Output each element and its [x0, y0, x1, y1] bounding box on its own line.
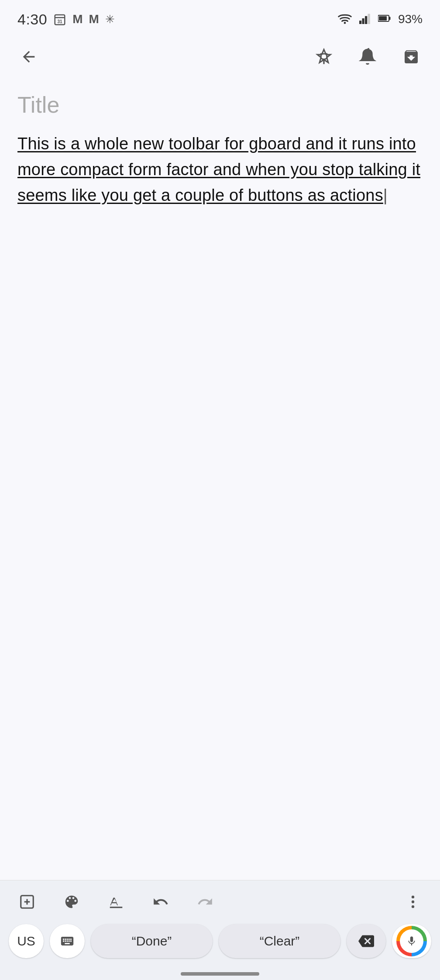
- toolbar-left: [16, 44, 42, 70]
- app-toolbar: +: [0, 35, 440, 79]
- gmail-icon: M: [72, 12, 82, 26]
- keyboard-toolbar: [0, 880, 440, 920]
- add-reminder-button[interactable]: +: [354, 44, 381, 70]
- voice-circle-inner: [400, 929, 423, 953]
- status-right: 93%: [338, 12, 423, 26]
- svg-rect-7: [368, 14, 370, 24]
- voice-key[interactable]: [392, 924, 431, 958]
- lang-key[interactable]: US: [9, 924, 44, 958]
- note-title-placeholder[interactable]: Title: [17, 92, 423, 118]
- svg-rect-4: [359, 21, 361, 24]
- keyboard-toolbar-left: [16, 890, 217, 913]
- note-area[interactable]: Title This is a whole new toolbar for gb…: [0, 79, 440, 221]
- keyboard-container: US “Done” “Clear”: [0, 880, 440, 980]
- back-button[interactable]: [16, 44, 42, 70]
- svg-point-22: [412, 905, 414, 908]
- battery-icon: [378, 14, 391, 24]
- status-bar: 4:30 31 M M ✳: [0, 0, 440, 35]
- svg-line-14: [368, 49, 369, 50]
- toolbar-right: +: [311, 44, 424, 70]
- keyboard-bottom-row: US “Done” “Clear”: [0, 920, 440, 966]
- battery-percent: 93%: [398, 12, 423, 26]
- svg-rect-5: [362, 18, 364, 24]
- status-left: 4:30 31 M M ✳: [17, 11, 115, 28]
- note-body-text: This is a whole new toolbar for gboard a…: [17, 135, 420, 204]
- pin-button[interactable]: [311, 44, 337, 70]
- svg-rect-10: [379, 16, 387, 21]
- gmail-icon-2: M: [89, 12, 99, 26]
- keyboard-undo-button[interactable]: [149, 890, 172, 913]
- home-bar: [181, 972, 259, 976]
- signal-icon: [359, 13, 371, 26]
- keyboard-add-button[interactable]: [16, 890, 38, 913]
- done-key[interactable]: “Done”: [91, 924, 213, 958]
- status-time: 4:30: [17, 11, 47, 28]
- snowflake-icon: ✳: [105, 13, 115, 26]
- calendar-icon: 31: [53, 13, 66, 26]
- home-indicator: [0, 966, 440, 980]
- svg-text:+: +: [367, 53, 370, 59]
- clear-key[interactable]: “Clear”: [219, 924, 340, 958]
- svg-rect-9: [389, 17, 390, 20]
- svg-rect-6: [365, 16, 367, 24]
- svg-point-21: [412, 901, 414, 903]
- svg-point-3: [344, 22, 346, 24]
- archive-button[interactable]: [398, 44, 424, 70]
- keyboard-more-button[interactable]: [402, 890, 424, 913]
- keyboard-format-button[interactable]: [105, 890, 127, 913]
- note-body[interactable]: This is a whole new toolbar for gboard a…: [17, 131, 423, 208]
- wifi-icon: [338, 13, 352, 26]
- keyboard-switch-key[interactable]: [50, 924, 85, 958]
- backspace-key[interactable]: [347, 924, 386, 958]
- svg-text:31: 31: [58, 19, 63, 24]
- keyboard-redo-button[interactable]: [194, 890, 217, 913]
- svg-point-20: [412, 896, 414, 898]
- keyboard-palette-button[interactable]: [60, 890, 83, 913]
- text-cursor: [383, 186, 388, 204]
- voice-circle: [396, 926, 427, 956]
